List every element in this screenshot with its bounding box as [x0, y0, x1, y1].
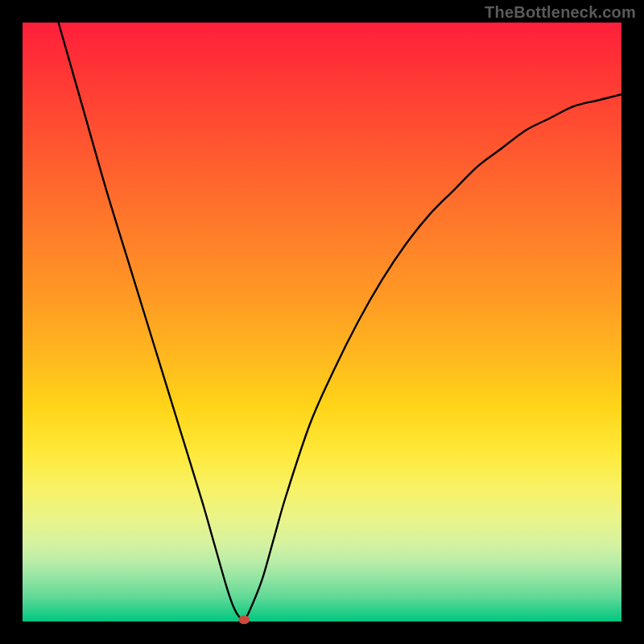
curve-svg [23, 23, 621, 621]
plot-area [23, 23, 621, 621]
watermark-text: TheBottleneck.com [485, 3, 636, 22]
minimum-marker [238, 615, 250, 624]
bottleneck-curve-path [59, 23, 621, 620]
chart-frame: TheBottleneck.com [0, 0, 644, 644]
